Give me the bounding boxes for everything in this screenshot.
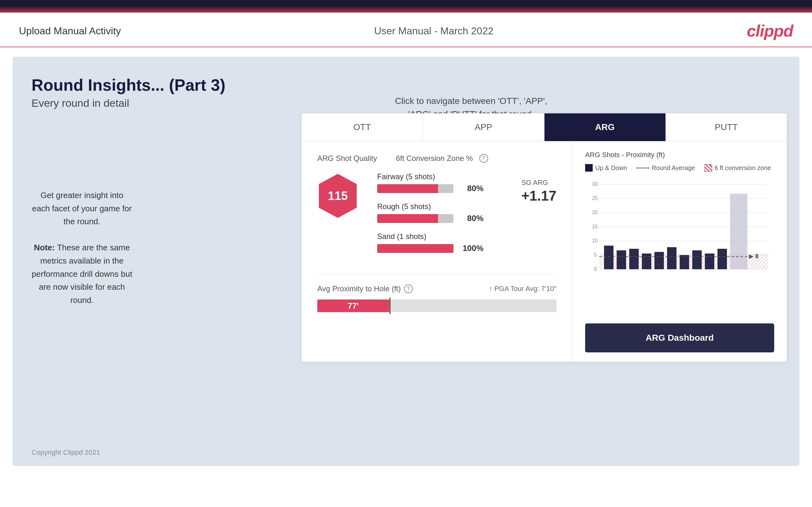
tab-ott[interactable]: OTT	[302, 113, 423, 141]
sand-bar-track	[377, 244, 453, 253]
proximity-cursor	[390, 297, 391, 314]
legend-round-avg: Round Average	[637, 164, 695, 172]
sg-label: SG ARG	[521, 178, 556, 187]
svg-rect-29	[717, 249, 727, 269]
legend-hatched-icon	[705, 164, 712, 172]
hexagon-score: 115	[317, 172, 358, 220]
conversion-zone-label: 6ft Conversion Zone %	[396, 154, 473, 163]
legend-conversion-zone: 6 ft conversion zone	[705, 164, 771, 172]
right-panel: ARG Shots - Proximity (ft) Up & Down Rou…	[572, 142, 787, 362]
logo: clippd	[747, 21, 793, 40]
arg-dashboard-button[interactable]: ARG Dashboard	[585, 323, 774, 352]
top-bar	[0, 0, 812, 13]
proximity-section: Avg Proximity to Hole (ft) ? ↑ PGA Tour …	[317, 275, 556, 312]
left-description: Get greater insight into each facet of y…	[32, 189, 132, 307]
chart-area: 0 5 10 15 20 25 30	[585, 178, 774, 317]
tab-putt[interactable]: PUTT	[666, 113, 787, 141]
svg-rect-27	[692, 250, 702, 269]
sg-value: +1.17	[521, 188, 556, 204]
sand-pct: 100%	[458, 243, 484, 253]
svg-text:30: 30	[592, 181, 598, 187]
sand-label: Sand (1 shots)	[377, 232, 484, 241]
svg-rect-23	[642, 253, 651, 269]
shot-quality-label: ARG Shot Quality	[317, 154, 377, 163]
svg-text:5: 5	[594, 252, 597, 258]
svg-rect-24	[654, 252, 664, 269]
legend-box-icon	[585, 164, 593, 172]
proximity-bar-fill: 77'	[317, 299, 389, 312]
rough-label: Rough (5 shots)	[377, 202, 484, 211]
rough-row: Rough (5 shots) 80%	[377, 202, 484, 223]
proximity-value: 77'	[348, 301, 359, 311]
svg-text:0: 0	[594, 267, 597, 272]
tab-app[interactable]: APP	[423, 113, 544, 141]
sand-bar-fill	[377, 244, 453, 253]
shot-bars: Fairway (5 shots) 80% Rough (5 shots)	[377, 172, 484, 262]
fairway-bar-track	[377, 184, 453, 193]
svg-rect-30	[730, 194, 747, 269]
chart-title: ARG Shots - Proximity (ft)	[585, 151, 774, 159]
svg-text:10: 10	[592, 238, 598, 243]
svg-rect-28	[705, 253, 714, 269]
header: Upload Manual Activity User Manual - Mar…	[0, 13, 812, 47]
proximity-label: Avg Proximity to Hole (ft) ?	[317, 284, 413, 293]
copyright: Copyright Clippd 2021	[32, 448, 100, 456]
sg-section: SG ARG +1.17	[521, 178, 556, 204]
rough-pct: 80%	[458, 214, 484, 223]
dashboard-card: OTT APP ARG PUTT ARG Shot Quality 6ft Co…	[302, 113, 787, 362]
footer: Copyright Clippd 2021	[32, 448, 100, 457]
rough-bar-fill	[377, 214, 438, 223]
legend-up-down: Up & Down	[585, 164, 627, 172]
svg-rect-25	[667, 247, 676, 269]
svg-rect-20	[604, 246, 613, 269]
legend-dashed-icon	[637, 168, 649, 168]
sand-row: Sand (1 shots) 100%	[377, 232, 484, 253]
fairway-label: Fairway (5 shots)	[377, 172, 484, 181]
section-header: ARG Shot Quality 6ft Conversion Zone % ?	[317, 154, 556, 163]
main-content: Round Insights... (Part 3) Every round i…	[13, 57, 799, 466]
svg-text:25: 25	[592, 195, 598, 201]
tab-arg[interactable]: ARG	[545, 113, 666, 141]
fairway-bar-fill	[377, 184, 438, 193]
tabs: OTT APP ARG PUTT	[302, 113, 787, 142]
chart-legend: Up & Down Round Average 6 ft conversion …	[585, 164, 774, 172]
fairway-row: Fairway (5 shots) 80%	[377, 172, 484, 193]
upload-label: Upload Manual Activity	[19, 25, 121, 37]
help-icon[interactable]: ?	[479, 154, 488, 163]
pga-label: ↑ PGA Tour Avg: 7'10"	[489, 285, 556, 293]
svg-text:15: 15	[592, 224, 598, 229]
note-label: Note:	[34, 243, 55, 252]
svg-rect-26	[680, 255, 689, 269]
manual-label: User Manual - March 2022	[374, 25, 494, 37]
left-panel: ARG Shot Quality 6ft Conversion Zone % ?…	[302, 142, 572, 362]
proximity-help-icon[interactable]: ?	[404, 284, 413, 293]
fairway-pct: 80%	[458, 184, 484, 193]
card-body: ARG Shot Quality 6ft Conversion Zone % ?…	[302, 142, 787, 362]
proximity-chart: 0 5 10 15 20 25 30	[585, 178, 774, 272]
hex-value: 115	[328, 189, 348, 203]
svg-rect-22	[629, 249, 639, 269]
svg-rect-21	[617, 250, 626, 269]
proximity-bar-track: 77'	[317, 299, 556, 312]
svg-text:20: 20	[592, 210, 598, 215]
rough-bar-track	[377, 214, 453, 223]
page-title: Round Insights... (Part 3)	[32, 75, 780, 95]
proximity-header: Avg Proximity to Hole (ft) ? ↑ PGA Tour …	[317, 284, 556, 293]
svg-text:8: 8	[755, 253, 758, 260]
hexagon-container: 115 Fairway (5 shots) 80%	[317, 172, 556, 262]
